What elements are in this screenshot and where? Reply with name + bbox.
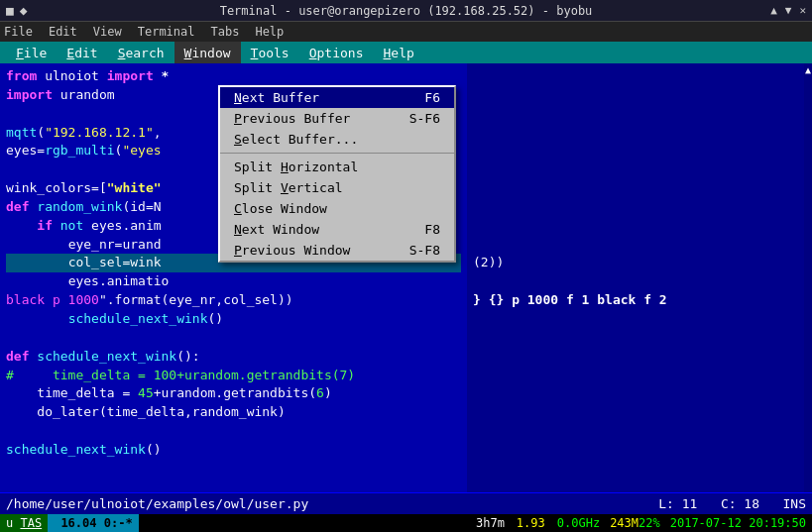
title-icon2: ◆ <box>20 3 28 18</box>
window-id <box>54 516 60 530</box>
vim-menu-options[interactable]: Options <box>299 42 374 63</box>
vim-menu-tools[interactable]: Tools <box>241 42 299 63</box>
scrollbar[interactable]: ▲ <box>804 63 812 492</box>
code-line: eyes.animatio <box>6 272 461 291</box>
file-path: /home/user/ulnoiot/examples/owl/user.py <box>6 496 658 511</box>
mem-pct: 22% <box>638 516 660 530</box>
vim-menubar: File Edit Search Window Tools Options He… <box>0 42 812 63</box>
minimize-button[interactable]: ▲ <box>770 4 777 17</box>
menu-shortcut: S-F6 <box>409 111 440 126</box>
window-controls[interactable]: ▲ ▼ ✕ <box>770 4 806 17</box>
menu-shortcut: F8 <box>424 222 440 237</box>
rp-line <box>473 236 798 255</box>
code-line <box>6 329 461 348</box>
mem-value: 243M22% <box>610 516 660 530</box>
rp-line <box>473 217 798 236</box>
code-line: black p 1000".format(eye_nr,col_sel)) <box>6 291 461 310</box>
terminal-icon: ■ <box>6 3 14 18</box>
rp-line <box>473 142 798 160</box>
code-line: schedule_next_wink() <box>6 310 461 329</box>
rp-line <box>473 124 798 143</box>
cpu-mhz: 0.0GHz <box>557 516 600 530</box>
menu-split-vertical[interactable]: Split Vertical <box>220 177 454 198</box>
byobu-window[interactable]: 16.04 0:-* <box>48 514 138 532</box>
window-number: 16.04 <box>60 516 96 530</box>
code-line: do_later(time_delta,random_wink) <box>6 403 461 422</box>
tab-text: u TAS <box>6 516 42 530</box>
bb-datetime: 2017-07-12 20:19:50 <box>664 514 812 532</box>
code-line: schedule_next_wink() <box>6 441 461 460</box>
window-dropdown-menu[interactable]: Next Buffer F6 Previous Buffer S-F6 Sele… <box>218 85 456 263</box>
menu-item-label: Previous Window <box>234 243 350 258</box>
time-elapsed: 3h7m <box>476 516 505 530</box>
menu-item-label: Next Window <box>234 222 319 237</box>
menu-previous-buffer[interactable]: Previous Buffer S-F6 <box>220 108 454 129</box>
rp-line: (2)) <box>473 254 798 272</box>
rp-line <box>473 86 798 105</box>
title-left: ■ ◆ <box>6 3 28 18</box>
window-name: 0:-* <box>97 516 133 530</box>
vim-menu-file[interactable]: File <box>6 42 57 63</box>
rp-line <box>473 105 798 124</box>
right-panel: (2)) } {} p 1000 f 1 black f 2 <box>467 63 804 492</box>
sys-menu-terminal[interactable]: Terminal <box>138 25 195 39</box>
menu-select-buffer[interactable]: Select Buffer... <box>220 129 454 150</box>
window-title: Terminal - user@orangepizero (192.168.25… <box>220 4 593 18</box>
bb-cpu-load: 1.93 <box>511 514 551 532</box>
vim-menu-window[interactable]: Window <box>174 42 241 63</box>
byobu-tab-label[interactable]: u TAS <box>0 514 48 532</box>
menu-split-horizontal[interactable]: Split Horizontal <box>220 157 454 177</box>
bb-time-elapsed: 3h7m <box>470 514 511 532</box>
code-line: def schedule_next_wink(): <box>6 348 461 367</box>
bb-cpu-mhz: 0.0GHz <box>551 514 606 532</box>
line-number: L: 11 <box>658 496 697 511</box>
rp-line <box>473 160 798 179</box>
rp-line <box>473 67 798 86</box>
code-line: time_delta = 45+urandom.getrandbits(6) <box>6 384 461 403</box>
sys-menu-help[interactable]: Help <box>255 25 284 39</box>
title-bar: ■ ◆ Terminal - user@orangepizero (192.16… <box>0 0 812 22</box>
main-area: from ulnoiot import * import urandom mqt… <box>0 63 812 492</box>
menu-item-label: Split Horizontal <box>234 160 358 174</box>
statusbar: /home/user/ulnoiot/examples/owl/user.py … <box>0 492 812 514</box>
code-line <box>6 422 461 441</box>
menu-previous-window[interactable]: Previous Window S-F8 <box>220 240 454 261</box>
rp-line <box>473 272 798 291</box>
vim-menu-help[interactable]: Help <box>374 42 424 63</box>
menu-next-buffer[interactable]: Next Buffer F6 <box>220 87 454 108</box>
menu-item-label: Split Vertical <box>234 180 343 195</box>
menu-next-window[interactable]: Next Window F8 <box>220 219 454 240</box>
rp-line <box>473 179 798 198</box>
bb-memory: 243M22% <box>606 514 664 532</box>
maximize-button[interactable]: ▼ <box>785 4 792 17</box>
cpu-value: 1.93 <box>517 516 545 530</box>
mem-num: 243M <box>610 516 638 530</box>
menu-shortcut: F6 <box>424 90 440 105</box>
close-button[interactable]: ✕ <box>799 4 806 17</box>
sys-menu-file[interactable]: File <box>4 25 33 39</box>
rp-line: } {} p 1000 f 1 black f 2 <box>473 291 798 310</box>
date-value: 2017-07-12 <box>670 516 742 530</box>
vim-menu-edit[interactable]: Edit <box>57 42 107 63</box>
sys-menu-edit[interactable]: Edit <box>49 25 77 39</box>
vim-menu-search[interactable]: Search <box>108 42 174 63</box>
menu-item-label: Next Buffer <box>234 90 319 105</box>
edit-mode: INS <box>783 496 806 511</box>
bottom-bar: u TAS 16.04 0:-* 3h7m 1.93 0.0GHz 243M22… <box>0 514 812 532</box>
rp-line <box>473 198 798 217</box>
menu-shortcut: S-F8 <box>409 243 440 258</box>
menu-item-label: Previous Buffer <box>234 111 350 126</box>
sys-menu-view[interactable]: View <box>93 25 122 39</box>
scroll-up[interactable]: ▲ <box>805 65 811 75</box>
line-info: L: 11 C: 18 INS <box>658 496 806 511</box>
menu-separator <box>220 153 454 154</box>
menu-close-window[interactable]: Close Window <box>220 198 454 219</box>
menu-item-label: Select Buffer... <box>234 132 358 147</box>
system-menubar: File Edit View Terminal Tabs Help <box>0 22 812 42</box>
code-line: from ulnoiot import * <box>6 67 461 86</box>
col-number: C: 18 <box>721 496 759 511</box>
clock-value: 20:19:50 <box>749 516 806 530</box>
menu-item-label: Close Window <box>234 201 327 216</box>
sys-menu-tabs[interactable]: Tabs <box>211 25 240 39</box>
code-line: # time_delta = 100+urandom.getrandbits(7… <box>6 367 461 385</box>
